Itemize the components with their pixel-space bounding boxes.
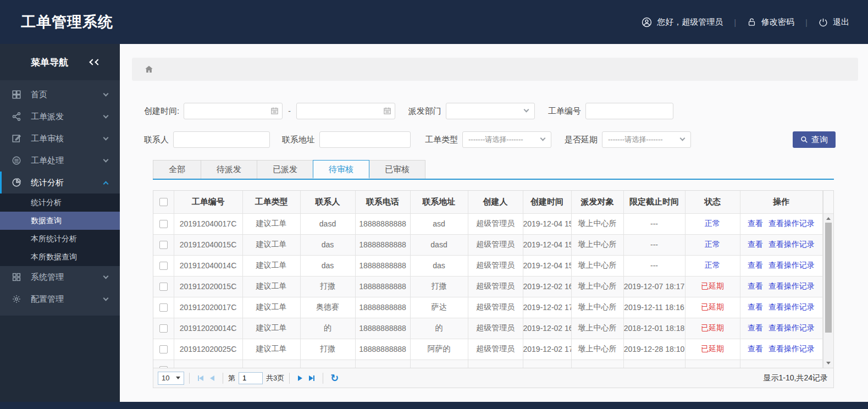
- col-actions: 操作: [740, 191, 822, 213]
- sidebar-item-process[interactable]: 工单处理: [0, 150, 120, 172]
- cell-contact: das: [300, 255, 355, 276]
- tab-all[interactable]: 全部: [153, 160, 201, 179]
- view-link[interactable]: 查看: [748, 302, 763, 311]
- calendar-icon[interactable]: [383, 107, 391, 115]
- page-size-select[interactable]: 10: [158, 372, 184, 385]
- pager-divider: [289, 373, 290, 384]
- view-link[interactable]: 查看: [748, 240, 763, 248]
- cell-created: [523, 360, 571, 368]
- tab-pending-dispatch[interactable]: 待派发: [201, 160, 257, 179]
- cell-order-type: 建议工单: [242, 339, 300, 360]
- scroll-down-icon[interactable]: [826, 362, 831, 364]
- pager-divider: [323, 373, 323, 384]
- sidebar-item-config[interactable]: 配置管理: [0, 288, 120, 310]
- row-checkbox[interactable]: [159, 345, 168, 353]
- sidebar-item-home[interactable]: 首页: [0, 84, 120, 106]
- scrollbar-thumb[interactable]: [825, 223, 832, 333]
- cell-contact: 打撒: [300, 276, 355, 297]
- row-checkbox[interactable]: [159, 366, 168, 368]
- create-time-start-input[interactable]: [184, 103, 283, 119]
- cell-checkbox: [153, 318, 174, 339]
- submenu-item-local-data-query[interactable]: 本所数据查询: [0, 248, 120, 266]
- view-log-link[interactable]: 查看操作记录: [769, 261, 815, 269]
- power-icon: [819, 18, 833, 27]
- tab-reviewed[interactable]: 已审核: [369, 160, 425, 179]
- view-link[interactable]: 查看: [748, 344, 763, 353]
- row-checkbox[interactable]: [159, 220, 168, 228]
- table-scrollbar: [823, 191, 834, 368]
- cell-order-type: [242, 360, 300, 368]
- sidebar-item-dispatch[interactable]: 工单派发: [0, 106, 120, 128]
- last-page-button[interactable]: [309, 375, 314, 381]
- address-input[interactable]: [319, 131, 411, 148]
- submenu-item-statistics[interactable]: 统计分析: [0, 194, 120, 212]
- change-password-button[interactable]: 修改密码: [747, 17, 794, 27]
- logout-button[interactable]: 退出: [819, 17, 849, 27]
- row-checkbox[interactable]: [159, 324, 168, 333]
- table-row: 201912020014C 建议工单 的 18888888888 的 超级管理员…: [153, 318, 822, 339]
- view-log-link[interactable]: 查看操作记录: [769, 240, 815, 248]
- submenu-item-local-statistics[interactable]: 本所统计分析: [0, 230, 120, 248]
- page-size-value: 10: [162, 374, 169, 382]
- scrollbar-track[interactable]: [823, 214, 834, 368]
- row-checkbox[interactable]: [159, 241, 168, 249]
- first-page-button[interactable]: [198, 375, 203, 381]
- col-order-type: 工单类型: [242, 191, 300, 213]
- view-log-link[interactable]: 查看操作记录: [769, 302, 815, 311]
- pager-divider: [223, 373, 223, 384]
- contact-input[interactable]: [173, 131, 270, 148]
- row-checkbox[interactable]: [159, 303, 168, 312]
- app-title: 工单管理系统: [21, 12, 113, 32]
- chevron-down-icon: [103, 135, 109, 141]
- calendar-icon[interactable]: [270, 107, 279, 115]
- tab-dispatched[interactable]: 已派发: [257, 160, 313, 179]
- col-address: 联系地址: [410, 191, 468, 213]
- row-checkbox[interactable]: [159, 283, 168, 291]
- prev-page-button[interactable]: [210, 375, 214, 381]
- create-time-end-input[interactable]: [296, 103, 395, 119]
- cell-creator: 超级管理员: [468, 234, 523, 255]
- page-number-input[interactable]: [239, 372, 263, 384]
- view-log-link[interactable]: 查看操作记录: [769, 344, 815, 353]
- select-placeholder: -------请选择-------: [468, 135, 523, 145]
- sidebar-collapse-icon[interactable]: [89, 60, 100, 64]
- view-log-link[interactable]: 查看操作记录: [769, 219, 815, 228]
- submenu-item-data-query[interactable]: 数据查询: [0, 212, 120, 230]
- contact-label: 联系人: [144, 135, 169, 145]
- view-link[interactable]: 查看: [748, 261, 763, 269]
- view-link[interactable]: 查看: [748, 219, 763, 228]
- sidebar-item-statistics[interactable]: 统计分析: [0, 172, 120, 194]
- scroll-up-icon[interactable]: [826, 217, 831, 220]
- next-page-button[interactable]: [298, 375, 302, 381]
- home-icon[interactable]: [144, 64, 154, 74]
- status-badge: [685, 360, 740, 368]
- cell-phone: 18888888888: [355, 318, 410, 339]
- cell-order-no: 201912020017C: [174, 297, 242, 318]
- app-header: 工单管理系统 您好，超级管理员 | 修改密码 |: [0, 0, 868, 44]
- col-creator: 创建人: [468, 191, 523, 213]
- row-checkbox[interactable]: [159, 262, 168, 270]
- tab-pending-review[interactable]: 待审核: [313, 160, 369, 179]
- view-log-link[interactable]: 查看操作记录: [769, 281, 815, 290]
- cell-deadline: 2019-12-28 18:10: [623, 339, 685, 360]
- edit-icon: [11, 134, 21, 144]
- search-button[interactable]: 查询: [793, 131, 836, 148]
- view-link[interactable]: 查看: [748, 281, 763, 290]
- select-all-checkbox[interactable]: [159, 198, 168, 206]
- user-greeting[interactable]: 您好，超级管理员: [642, 17, 723, 27]
- dispatch-dept-select[interactable]: [446, 103, 535, 119]
- order-type-select[interactable]: -------请选择-------: [462, 131, 551, 148]
- view-link[interactable]: 查看: [748, 323, 763, 332]
- cell-deadline: 2018-12-01 18:18: [623, 318, 685, 339]
- sidebar-item-label: 工单派发: [31, 112, 104, 122]
- sidebar-item-system[interactable]: 系统管理: [0, 266, 120, 288]
- delay-select[interactable]: -------请选择-------: [602, 131, 691, 148]
- cell-order-no: 201912040014C: [174, 255, 242, 276]
- sidebar-item-review[interactable]: 工单审核: [0, 128, 120, 150]
- order-no-input[interactable]: [585, 103, 673, 119]
- refresh-icon[interactable]: ↻: [330, 372, 339, 384]
- view-log-link[interactable]: 查看操作记录: [769, 323, 815, 332]
- cell-address: [410, 360, 468, 368]
- col-status: 状态: [685, 191, 740, 213]
- cell-target: 墩上中心所: [571, 255, 623, 276]
